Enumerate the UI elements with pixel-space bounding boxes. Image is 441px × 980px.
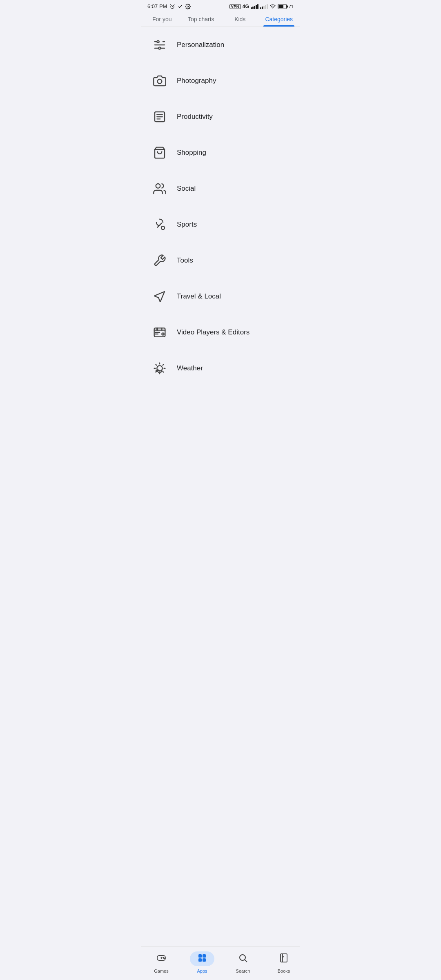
network-type: 4G	[243, 4, 249, 9]
tools-icon	[151, 252, 169, 270]
personalization-icon	[151, 36, 169, 54]
personalization-label: Personalization	[177, 41, 224, 49]
battery-fill	[278, 5, 284, 8]
shopping-icon	[151, 144, 169, 162]
status-left: 6:07 PM	[147, 3, 191, 9]
social-icon	[151, 180, 169, 198]
productivity-icon	[151, 108, 169, 126]
category-productivity[interactable]: Productivity	[141, 99, 300, 135]
alarm-icon	[169, 4, 175, 9]
tabs-container: For you Top charts Kids Categories	[141, 11, 300, 27]
tab-categories[interactable]: Categories	[260, 11, 299, 27]
svg-point-9	[157, 40, 159, 42]
tab-top-charts[interactable]: Top charts	[182, 11, 221, 27]
category-photography[interactable]: Photography	[141, 63, 300, 99]
social-label: Social	[177, 185, 196, 193]
category-video-players[interactable]: Video Players & Editors	[141, 314, 300, 350]
category-shopping[interactable]: Shopping	[141, 135, 300, 171]
photography-icon	[151, 72, 169, 90]
sports-label: Sports	[177, 220, 197, 229]
travel-label: Travel & Local	[177, 292, 221, 301]
wifi-icon	[270, 4, 276, 9]
category-travel-local[interactable]: Travel & Local	[141, 278, 300, 314]
checkmark-icon	[178, 4, 183, 9]
battery-level: 71	[289, 4, 294, 9]
signal-bars-1	[251, 4, 258, 9]
vpn-indicator: VPN	[229, 4, 241, 9]
time: 6:07 PM	[147, 3, 167, 9]
weather-label: Weather	[177, 364, 203, 372]
category-weather[interactable]: Weather	[141, 350, 300, 386]
tab-kids[interactable]: Kids	[220, 11, 260, 27]
category-social[interactable]: Social	[141, 171, 300, 207]
tools-label: Tools	[177, 256, 193, 265]
photography-label: Photography	[177, 77, 216, 85]
category-list: Personalization Photography Productivity	[141, 27, 300, 419]
svg-point-3	[187, 6, 189, 7]
svg-point-18	[161, 226, 165, 229]
video-label: Video Players & Editors	[177, 328, 249, 336]
category-personalization[interactable]: Personalization	[141, 27, 300, 63]
svg-line-1	[170, 4, 171, 4]
travel-icon	[151, 287, 169, 305]
weather-icon	[151, 359, 169, 377]
shopping-label: Shopping	[177, 149, 206, 157]
status-right: VPN 4G 71	[229, 4, 294, 9]
svg-point-10	[158, 47, 160, 49]
battery-icon	[278, 4, 287, 9]
sports-icon	[151, 216, 169, 234]
status-bar: 6:07 PM VPN 4G	[141, 0, 300, 11]
video-icon	[151, 323, 169, 341]
productivity-label: Productivity	[177, 113, 213, 121]
svg-point-17	[156, 184, 160, 188]
svg-point-11	[158, 79, 162, 84]
category-tools[interactable]: Tools	[141, 243, 300, 278]
tab-for-you[interactable]: For you	[143, 11, 182, 27]
svg-point-22	[162, 333, 164, 335]
category-sports[interactable]: Sports	[141, 207, 300, 243]
settings-icon	[185, 4, 191, 9]
svg-line-2	[174, 4, 175, 4]
signal-bars-2	[260, 4, 268, 9]
